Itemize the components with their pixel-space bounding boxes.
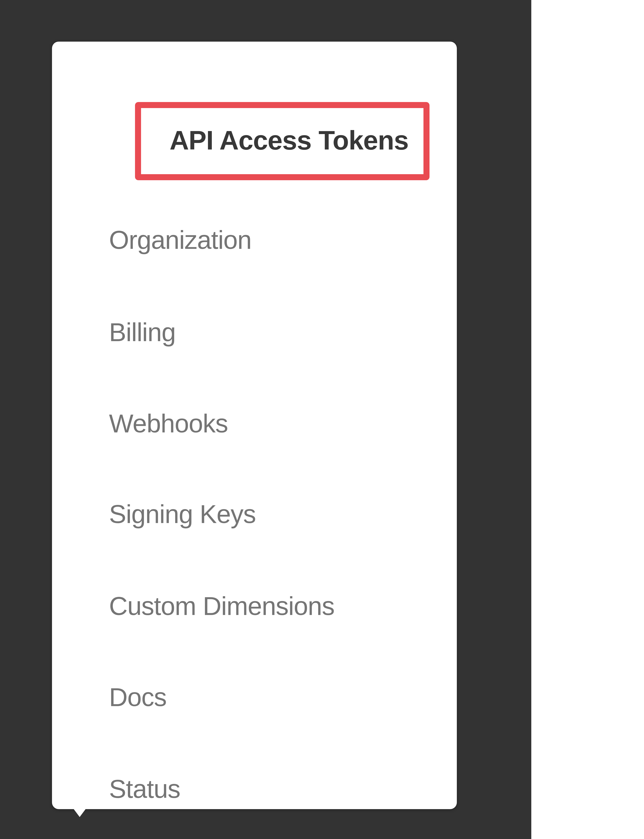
menu-item-label: Signing Keys (109, 499, 256, 529)
popup-pointer-icon (70, 804, 90, 817)
menu-item-docs[interactable]: Docs (109, 680, 166, 714)
menu-item-status[interactable]: Status (109, 772, 180, 806)
menu-item-label: Billing (109, 318, 176, 347)
sidebar-container: API Access Tokens Organization Billing W… (0, 0, 531, 839)
menu-item-label: Status (109, 774, 180, 804)
settings-popup-menu: API Access Tokens Organization Billing W… (52, 42, 457, 809)
menu-item-custom-dimensions[interactable]: Custom Dimensions (109, 589, 334, 623)
menu-item-label: API Access Tokens (169, 125, 408, 155)
menu-item-label: Docs (109, 683, 166, 712)
menu-item-api-access-tokens[interactable]: API Access Tokens (135, 102, 429, 180)
menu-item-label: Organization (109, 225, 251, 255)
menu-item-label: Custom Dimensions (109, 591, 334, 621)
menu-item-billing[interactable]: Billing (109, 316, 176, 349)
menu-item-signing-keys[interactable]: Signing Keys (109, 497, 256, 531)
menu-item-label: Webhooks (109, 409, 228, 438)
menu-item-organization[interactable]: Organization (109, 223, 251, 257)
menu-item-webhooks[interactable]: Webhooks (109, 407, 228, 440)
